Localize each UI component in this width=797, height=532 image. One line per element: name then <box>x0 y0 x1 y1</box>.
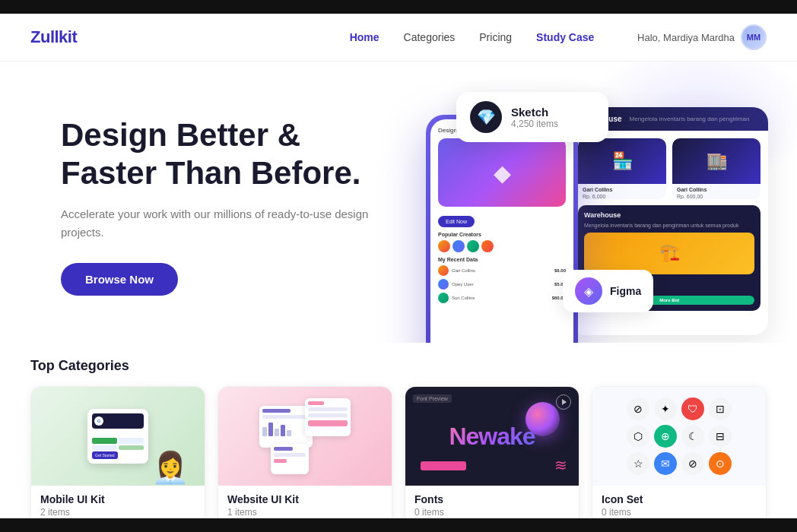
mini-avatar-1 <box>438 240 450 252</box>
browse-now-button[interactable]: Browse Now <box>61 263 178 296</box>
icon-bubble-10: ✉ <box>654 452 677 475</box>
fonts-bar-decoration <box>421 461 466 470</box>
warehouse-row-1: 🏪 Gari Collins Rp. 6,000 🏬 Gari Collins … <box>578 138 760 199</box>
icon-bubble-12: ⊙ <box>709 452 732 475</box>
category-card-mobile[interactable]: G $12,450,300 Get Started <box>30 386 205 526</box>
figma-card: ◈ Figma <box>563 270 653 312</box>
icon-bubble-7: ☾ <box>681 425 704 448</box>
list-avatar-1 <box>438 265 449 276</box>
hero-title: Design Better & Faster Than Before. <box>61 116 380 192</box>
icon-bubble-6: ⊕ <box>654 425 677 448</box>
mini-avatar-2 <box>452 240 465 252</box>
icon-bubble-11: ⊘ <box>681 452 704 475</box>
fonts-thumb: Font Preview Newake ≋ <box>405 387 579 486</box>
icon-bubble-2: ✦ <box>654 397 677 420</box>
warehouse-3d-img: 🏗️ <box>584 233 754 274</box>
icon-bubble-5: ⬡ <box>627 425 649 448</box>
nav-categories[interactable]: Categories <box>404 31 456 43</box>
play-icon <box>556 394 571 410</box>
wh-card-2: 🏬 Gari Collins Rp. 600,00 <box>672 138 760 199</box>
fonts-items: 0 items <box>414 507 570 518</box>
website-thumb <box>218 387 392 486</box>
icon-bubble-8: ⊟ <box>709 425 732 448</box>
bottom-bar <box>0 518 797 532</box>
hero-text: Design Better & Faster Than Before. Acce… <box>61 116 380 296</box>
categories-title: Top Categories <box>30 358 767 374</box>
wh-card-1: 🏪 Gari Collins Rp. 6,000 <box>578 138 666 199</box>
mini-avatar-3 <box>467 240 479 252</box>
phone-list-item-3: Sun Collins $60.00 <box>438 293 566 303</box>
nav-pricing[interactable]: Pricing <box>479 31 512 43</box>
phone-list-item-1: Gari Collins $6.00 <box>438 265 566 276</box>
nav-links: Home Categories Pricing Study Case <box>350 31 595 43</box>
website-items: 1 items <box>227 507 383 518</box>
mobile-items: 2 items <box>40 507 195 518</box>
navbar: Zullkit Home Categories Pricing Study Ca… <box>0 14 797 62</box>
hero-illustration: 💎 Sketch 4,250 items Design App Edit Now… <box>411 92 767 320</box>
sketch-name: Sketch <box>511 106 558 119</box>
website-name: Website UI Kit <box>227 493 383 505</box>
logo[interactable]: Zullkit <box>30 27 77 47</box>
sketch-info: Sketch 4,250 items <box>511 106 558 129</box>
phone-image <box>438 138 566 207</box>
category-card-icons[interactable]: ⊘ ✦ 🛡 ⊡ ⬡ ⊕ ☾ ⊟ ☆ ✉ ⊘ ⊙ I <box>592 386 767 526</box>
sketch-card: 💎 Sketch 4,250 items <box>456 92 608 142</box>
phone-list-item-2: Opey User $5.00 <box>438 279 566 290</box>
phone-avatars <box>438 240 566 252</box>
avatar[interactable]: MM <box>741 24 767 50</box>
recent-data-label: My Recent Data <box>438 257 566 262</box>
top-bar <box>0 0 797 14</box>
category-card-fonts[interactable]: Font Preview Newake ≋ Fonts 0 items <box>405 386 579 526</box>
fonts-zigzag-decoration: ≋ <box>554 456 567 474</box>
mobile-thumb: G $12,450,300 Get Started <box>31 387 205 486</box>
category-card-website[interactable]: Website UI Kit 1 items <box>218 386 392 526</box>
figma-icon: ◈ <box>575 277 602 305</box>
categories-grid: G $12,450,300 Get Started <box>30 386 767 526</box>
user-section: Halo, Mardiya Mardha MM <box>637 24 767 50</box>
mobile-name: Mobile UI Kit <box>40 493 195 505</box>
mini-avatar-4 <box>481 240 494 252</box>
phone-mockup: Design App Edit Now Popular Creators My … <box>426 115 578 343</box>
sketch-count: 4,250 items <box>511 119 558 129</box>
icon-bubble-9: ☆ <box>627 452 649 475</box>
list-avatar-2 <box>438 279 449 290</box>
phone-edit-btn: Edit Now <box>438 216 475 227</box>
icons-thumb: ⊘ ✦ 🛡 ⊡ ⬡ ⊕ ☾ ⊟ ☆ ✉ ⊘ ⊙ <box>592 387 766 486</box>
icon-bubble-3: 🛡 <box>681 397 704 420</box>
hero-section: Design Better & Faster Than Before. Acce… <box>0 62 797 343</box>
icons-name: Icon Set <box>602 493 757 505</box>
icons-items: 0 items <box>602 507 757 518</box>
user-greeting: Halo, Mardiya Mardha <box>637 32 735 43</box>
icon-bubble-4: ⊡ <box>709 397 732 420</box>
sketch-icon: 💎 <box>470 101 502 133</box>
list-avatar-3 <box>438 293 449 303</box>
fonts-name: Fonts <box>414 493 570 505</box>
nav-study-case[interactable]: Study Case <box>536 31 594 43</box>
nav-home[interactable]: Home <box>350 31 379 43</box>
popular-creators-label: Popular Creators <box>438 232 566 237</box>
icons-grid: ⊘ ✦ 🛡 ⊡ ⬡ ⊕ ☾ ⊟ ☆ ✉ ⊘ ⊙ <box>619 390 739 483</box>
hero-subtitle: Accelerate your work with our millions o… <box>61 205 380 242</box>
fonts-brand-text: Newake <box>449 423 535 451</box>
figma-label: Figma <box>610 285 641 297</box>
categories-section: Top Categories G $12,450,300 <box>0 343 797 532</box>
icon-bubble-1: ⊘ <box>627 397 649 420</box>
